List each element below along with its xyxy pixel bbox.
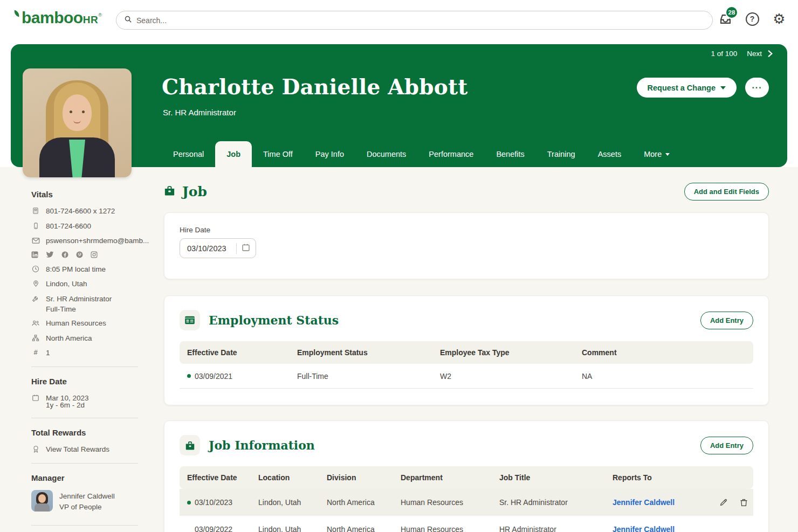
tab-assets[interactable]: Assets [587, 141, 633, 167]
delete-row-button[interactable] [740, 498, 748, 507]
vitals-title: Vitals [31, 190, 151, 199]
divider [31, 463, 138, 464]
social-links [31, 251, 151, 258]
global-search[interactable] [116, 11, 713, 30]
search-input[interactable] [136, 16, 705, 25]
view-total-rewards-link[interactable]: View Total Rewards [31, 445, 151, 454]
current-indicator-dot [187, 374, 191, 378]
employment-status-table-header: Effective Date Employment Status Employe… [180, 341, 753, 364]
hire-date-field-label: Hire Date [180, 226, 753, 234]
divider [31, 367, 138, 367]
tab-performance[interactable]: Performance [417, 141, 485, 167]
employee-number-item: # 1 [31, 348, 151, 358]
people-icon [31, 319, 40, 327]
calendar-icon[interactable] [242, 243, 250, 254]
tab-training[interactable]: Training [536, 141, 587, 167]
location-item: Lindon, Utah [31, 279, 151, 289]
employment-status-title: Employment Status [209, 313, 339, 327]
work-phone-value: 801-724-6600 x 1272 [46, 206, 115, 216]
award-icon [31, 445, 40, 453]
col-job-title: Job Title [492, 473, 605, 482]
more-actions-button[interactable]: ··· [745, 78, 769, 98]
employment-status-card: Employment Status Add Entry Effective Da… [164, 295, 769, 405]
job-information-card: Job Information Add Entry Effective Date… [164, 420, 769, 532]
work-phone-item: 801-724-6600 x 1272 [31, 206, 151, 216]
employment-status-row[interactable]: 03/09/2021 Full-Time W2 NA [180, 364, 753, 389]
current-indicator-dot [187, 501, 191, 505]
job-information-row[interactable]: 03/10/2023 Lindon, Utah North America Hu… [180, 489, 753, 516]
next-employee-button[interactable]: Next [747, 50, 773, 58]
facebook-icon[interactable] [61, 251, 68, 258]
job-information-row[interactable]: 03/09/2022 Lindon, Utah North America Hu… [180, 516, 753, 532]
tab-personal[interactable]: Personal [162, 141, 215, 167]
vitals-sidebar: Vitals 801-724-6600 x 1272 801-724-6600 … [31, 190, 151, 532]
tab-benefits[interactable]: Benefits [485, 141, 535, 167]
col-effective-date: Effective Date [180, 348, 290, 357]
search-icon [124, 15, 132, 25]
instagram-icon[interactable] [91, 251, 98, 258]
mobile-phone-value: 801-724-6600 [46, 222, 91, 231]
inbox-button[interactable]: 28 [717, 11, 733, 27]
division-item: North America [31, 334, 151, 343]
col-employment-status: Employment Status [290, 348, 432, 357]
tab-time-off[interactable]: Time Off [252, 141, 304, 167]
position-item: Sr. HR Administrator [31, 294, 151, 304]
employee-name: Charlotte Danielle Abbott [162, 74, 467, 99]
twitter-icon[interactable] [46, 251, 54, 258]
manager-title: Manager [31, 473, 151, 482]
tenure-value: 1y - 6m - 2d [46, 401, 151, 409]
email-icon [31, 236, 40, 245]
profile-tabs: Personal Job Time Off Pay Info Documents… [162, 141, 681, 167]
page-title: Job [182, 184, 207, 199]
briefcase-icon [164, 185, 175, 198]
col-reports-to: Reports To [605, 473, 706, 482]
col-employee-tax-type: Employee Tax Type [432, 348, 574, 357]
reports-to-link[interactable]: Jennifer Caldwell [613, 525, 675, 532]
help-button[interactable]: ? [744, 11, 760, 27]
office-phone-icon [31, 206, 40, 215]
manager-name: Jennifer Caldwell [59, 491, 115, 502]
help-icon: ? [746, 12, 759, 26]
employment-status-add-entry-button[interactable]: Add Entry [700, 312, 753, 329]
employee-job-title: Sr. HR Administrator [163, 108, 236, 117]
wrench-icon [31, 294, 40, 303]
bamboohr-app: bamboo HR ® 28 ? ⚙ [0, 0, 798, 532]
bamboo-leaf-icon [13, 10, 23, 21]
bamboohr-logo[interactable]: bamboo HR ® [13, 10, 102, 26]
tab-documents[interactable]: Documents [355, 141, 417, 167]
request-a-change-button[interactable]: Request a Change [637, 78, 737, 98]
chevron-right-icon [767, 50, 773, 57]
manager-card[interactable]: Jennifer Caldwell VP of People [31, 490, 151, 512]
email-value: pswenson+shrmdemo@bamb... [46, 236, 149, 246]
add-and-edit-fields-button[interactable]: Add and Edit Fields [684, 183, 769, 201]
col-department: Department [393, 473, 492, 482]
org-chart-icon [31, 334, 40, 342]
settings-button[interactable]: ⚙ [771, 11, 787, 27]
notification-badge: 28 [725, 6, 738, 19]
employee-photo[interactable] [23, 68, 132, 177]
hire-date-card: Hire Date 03/10/2023 [164, 212, 769, 279]
tab-pay-info[interactable]: Pay Info [304, 141, 355, 167]
col-effective-date: Effective Date [180, 473, 251, 482]
col-comment: Comment [574, 348, 753, 357]
pinterest-icon[interactable] [76, 251, 83, 258]
top-icons: 28 ? ⚙ [717, 11, 787, 27]
pagination-count: 1 of 100 [711, 50, 737, 58]
divider [31, 525, 138, 526]
hire-date-input[interactable]: 03/10/2023 [180, 238, 256, 258]
mobile-phone-icon [31, 222, 40, 230]
calendar-icon [31, 393, 40, 402]
employee-pagination: 1 of 100 Next [711, 50, 773, 58]
email-item[interactable]: pswenson+shrmdemo@bamb... [31, 236, 151, 246]
tab-more[interactable]: More [632, 141, 681, 167]
edit-row-button[interactable] [719, 498, 728, 507]
next-label: Next [747, 50, 762, 58]
top-bar: bamboo HR ® 28 ? ⚙ [0, 0, 798, 40]
job-information-add-entry-button[interactable]: Add Entry [700, 437, 753, 454]
linkedin-icon[interactable] [31, 251, 38, 258]
local-time-value: 8:05 PM local time [46, 265, 106, 274]
reports-to-link[interactable]: Jennifer Caldwell [613, 498, 675, 507]
tab-job[interactable]: Job [215, 141, 252, 167]
employee-number-value: 1 [46, 348, 50, 358]
local-time-item: 8:05 PM local time [31, 265, 151, 274]
